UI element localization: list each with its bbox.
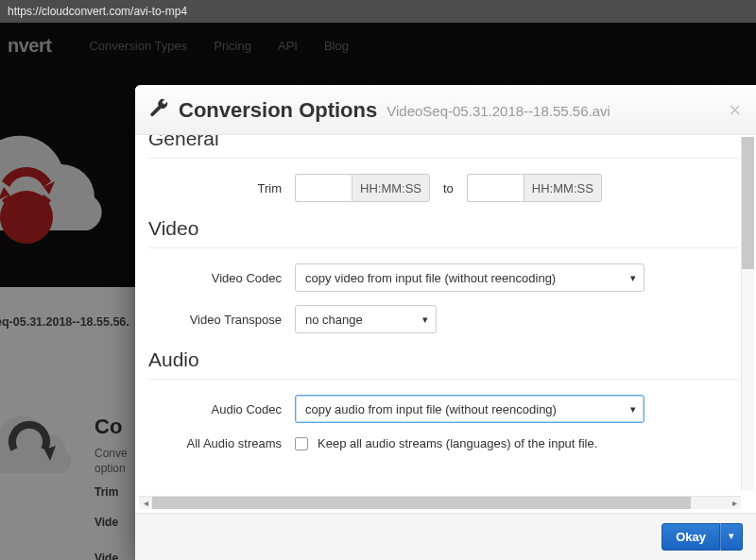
modal-body: General Trim HH:MM:SS to HH:MM:SS Video [135,135,756,513]
audio-codec-row: Audio Codec copy audio from input file (… [148,395,739,423]
trim-end-unit: HH:MM:SS [524,174,602,202]
modal-header: Conversion Options VideoSeq-05.31.2018--… [135,85,756,135]
all-audio-streams-text: Keep all audio streams (languages) of th… [318,436,597,450]
address-url: https://cloudconvert.com/avi-to-mp4 [8,5,187,18]
section-general-heading: General [148,135,739,150]
trim-start-unit: HH:MM:SS [352,174,430,202]
trim-label: Trim [148,181,295,195]
trim-start-input[interactable] [295,174,352,202]
okay-button[interactable]: Okay [662,523,720,551]
trim-end-input[interactable] [467,174,524,202]
audio-codec-value: copy audio from input file (without reen… [305,402,557,416]
divider [148,247,739,248]
vertical-scrollbar[interactable]: ▴ [741,137,754,490]
okay-dropdown-caret[interactable]: ▾ [720,523,743,551]
video-codec-label: Video Codec [148,271,295,285]
all-audio-streams-checkbox[interactable] [295,437,308,450]
all-audio-streams-row: All Audio streams Keep all audio streams… [148,436,739,450]
video-transpose-value: no change [305,313,363,327]
horizontal-scrollbar[interactable]: ◂ ▸ [139,496,741,509]
modal-title: Conversion Options [179,98,377,123]
section-audio-heading: Audio [148,348,739,371]
divider [148,158,739,159]
trim-row: Trim HH:MM:SS to HH:MM:SS [148,174,739,202]
wrench-icon [148,98,169,123]
audio-codec-select[interactable]: copy audio from input file (without reen… [295,395,644,423]
scroll-right-icon[interactable]: ▸ [728,497,741,509]
video-codec-value: copy video from input file (without reen… [305,271,556,285]
modal-footer: Okay ▾ [135,513,756,560]
video-codec-select[interactable]: copy video from input file (without reen… [295,263,644,292]
video-transpose-row: Video Transpose no change [148,305,739,333]
divider [148,379,739,380]
browser-address-bar[interactable]: https://cloudconvert.com/avi-to-mp4 [0,0,756,23]
video-transpose-select[interactable]: no change [295,305,437,333]
modal-filename: VideoSeq-05.31.2018--18.55.56.avi [387,103,610,119]
all-audio-streams-label: All Audio streams [148,436,295,450]
close-icon[interactable]: × [729,100,741,121]
scroll-left-icon[interactable]: ◂ [139,497,152,509]
trim-to-label: to [443,181,454,195]
okay-button-group: Okay ▾ [662,523,743,551]
section-video-heading: Video [148,217,739,240]
video-transpose-label: Video Transpose [148,313,295,327]
audio-codec-label: Audio Codec [148,402,295,416]
conversion-options-modal: Conversion Options VideoSeq-05.31.2018--… [135,85,756,560]
horizontal-scroll-thumb[interactable] [152,497,691,509]
vertical-scroll-thumb[interactable] [742,137,754,269]
video-codec-row: Video Codec copy video from input file (… [148,263,739,292]
